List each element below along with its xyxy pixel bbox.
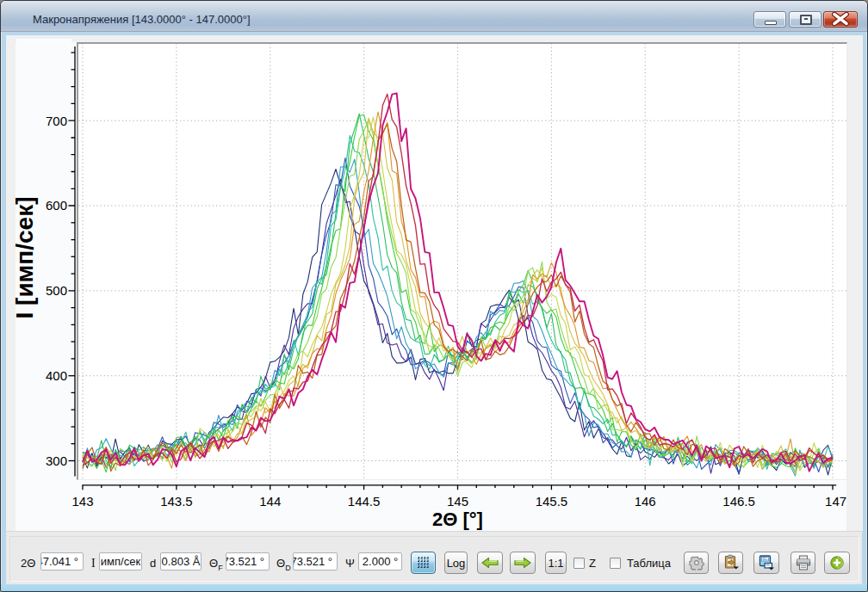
svg-text:145.5: 145.5 bbox=[536, 494, 568, 509]
svg-text:600: 600 bbox=[46, 198, 67, 213]
svg-text:I [имп/сек]: I [имп/сек] bbox=[11, 197, 38, 319]
svg-text:144.5: 144.5 bbox=[348, 494, 381, 509]
svg-text:144: 144 bbox=[259, 494, 281, 509]
svg-text:146: 146 bbox=[635, 494, 656, 509]
svg-text:300: 300 bbox=[46, 453, 67, 468]
svg-text:700: 700 bbox=[46, 114, 67, 128]
svg-text:146.5: 146.5 bbox=[722, 494, 755, 509]
svg-text:500: 500 bbox=[46, 283, 67, 298]
svg-text:147: 147 bbox=[825, 494, 846, 509]
svg-text:143.5: 143.5 bbox=[160, 494, 193, 509]
svg-text:145: 145 bbox=[447, 494, 468, 509]
svg-text:143: 143 bbox=[71, 494, 93, 509]
svg-text:2Θ [°]: 2Θ [°] bbox=[432, 509, 483, 530]
svg-text:400: 400 bbox=[46, 368, 67, 383]
